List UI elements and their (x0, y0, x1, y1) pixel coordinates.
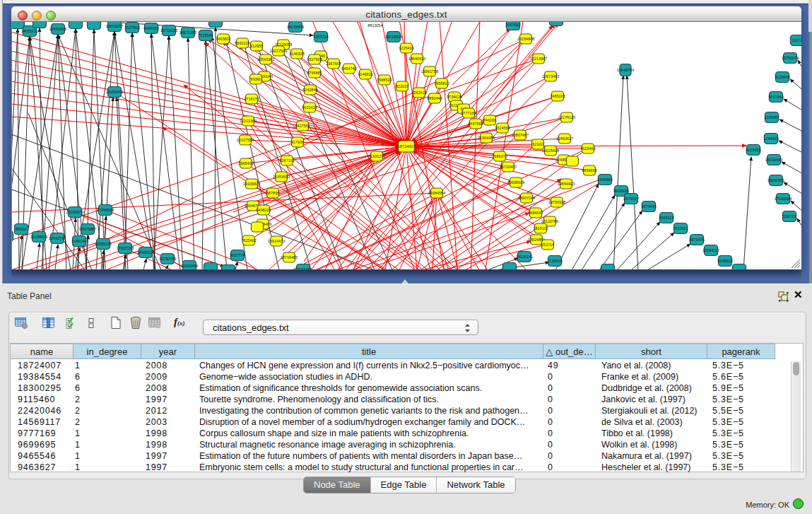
svg-text:6899695: 6899695 (582, 168, 596, 173)
svg-text:20206570: 20206570 (66, 210, 83, 214)
svg-text:7986372: 7986372 (492, 154, 507, 158)
svg-text:12213369: 12213369 (240, 119, 257, 123)
svg-text:1733426: 1733426 (547, 259, 562, 263)
svg-text:8990448: 8990448 (427, 96, 442, 100)
svg-text:16648784: 16648784 (617, 68, 634, 72)
svg-text:8454749: 8454749 (341, 66, 356, 71)
svg-text:10782759: 10782759 (159, 257, 176, 261)
svg-text:21364456: 21364456 (478, 136, 495, 140)
svg-text:10154808: 10154808 (517, 37, 534, 41)
svg-text:7463822: 7463822 (216, 37, 230, 41)
svg-text:9129966: 9129966 (775, 75, 789, 79)
svg-text:3267110: 3267110 (279, 158, 294, 163)
svg-text:19384554: 19384554 (428, 191, 445, 195)
svg-text:1965493: 1965493 (238, 161, 253, 165)
svg-text:15353593: 15353593 (273, 175, 290, 179)
svg-text:19756928: 19756928 (548, 200, 565, 204)
svg-text:9474444: 9474444 (641, 204, 656, 209)
svg-text:8660124: 8660124 (235, 41, 249, 45)
svg-text:9684067: 9684067 (528, 211, 543, 215)
svg-text:62160: 62160 (532, 142, 543, 146)
svg-text:10807487: 10807487 (512, 133, 529, 137)
svg-text:17016504: 17016504 (775, 197, 792, 201)
svg-text:8938928: 8938928 (613, 189, 628, 193)
svg-text:12275125: 12275125 (558, 115, 575, 119)
svg-text:8146328: 8146328 (289, 52, 304, 56)
svg-text:822037: 822037 (396, 84, 408, 88)
svg-text:85001: 85001 (16, 227, 26, 231)
svg-text:11172: 11172 (792, 38, 801, 42)
svg-text:12213967: 12213967 (530, 57, 547, 61)
svg-text:12463627: 12463627 (556, 136, 573, 141)
svg-text:7632621: 7632621 (673, 226, 688, 230)
svg-text:5242848: 5242848 (302, 88, 317, 92)
svg-text:2087662: 2087662 (505, 23, 520, 27)
svg-text:10654112: 10654112 (702, 248, 719, 252)
svg-text:8215955: 8215955 (746, 148, 760, 152)
svg-text:1209387: 1209387 (764, 115, 779, 119)
svg-text:9734028: 9734028 (447, 95, 461, 99)
svg-text:18907249: 18907249 (518, 196, 535, 200)
svg-text:1562615: 1562615 (411, 90, 426, 95)
svg-text:9777169: 9777169 (461, 111, 476, 115)
svg-text:10107554: 10107554 (237, 138, 254, 142)
svg-text:7357224: 7357224 (313, 35, 328, 39)
svg-text:15751074: 15751074 (782, 56, 799, 60)
svg-text:8756685: 8756685 (307, 71, 322, 75)
svg-text:7515546: 7515546 (198, 33, 213, 37)
svg-text:10688609: 10688609 (507, 180, 524, 185)
svg-text:14136141: 14136141 (516, 255, 533, 259)
svg-text:7625402: 7625402 (241, 238, 256, 243)
svg-text:10719185: 10719185 (160, 28, 177, 33)
svg-text:10543382: 10543382 (257, 57, 274, 62)
svg-text:17359938: 17359938 (97, 208, 114, 212)
svg-text:1024554: 1024554 (495, 126, 510, 130)
svg-text:18724007: 18724007 (398, 144, 415, 148)
svg-text:12942737: 12942737 (49, 236, 66, 240)
svg-text:16210643: 16210643 (765, 158, 782, 162)
svg-text:13120786: 13120786 (541, 219, 558, 223)
svg-text:99390: 99390 (250, 77, 261, 81)
svg-text:417006: 417006 (291, 140, 304, 144)
svg-text:19106825: 19106825 (243, 182, 260, 186)
svg-text:9657774: 9657774 (230, 253, 245, 257)
svg-text:2718176: 2718176 (244, 97, 259, 101)
svg-text:912955: 912955 (250, 44, 263, 48)
svg-text:746266: 746266 (483, 118, 496, 122)
svg-text:16914473: 16914473 (268, 239, 285, 243)
svg-text:19218506: 19218506 (385, 35, 402, 39)
svg-text:12156829: 12156829 (30, 235, 47, 239)
svg-text:10025438: 10025438 (542, 148, 559, 153)
svg-text:116753: 116753 (783, 214, 796, 218)
svg-text:6497568: 6497568 (468, 122, 483, 126)
svg-text:587835: 587835 (266, 191, 279, 195)
svg-text:8427552: 8427552 (295, 124, 310, 128)
svg-text:9146821: 9146821 (358, 72, 372, 76)
svg-text:1527602: 1527602 (124, 25, 139, 30)
svg-text:1588520: 1588520 (377, 78, 392, 82)
svg-text:252214: 252214 (541, 243, 554, 247)
svg-text:7955812: 7955812 (434, 81, 449, 86)
svg-text:15716485: 15716485 (281, 255, 298, 259)
svg-text:16033809: 16033809 (287, 25, 304, 29)
svg-text:1244415: 1244415 (763, 136, 778, 141)
svg-text:5498222: 5498222 (256, 208, 271, 212)
svg-text:8471676: 8471676 (689, 238, 704, 242)
svg-text:20053346: 20053346 (106, 90, 123, 94)
svg-text:18640910: 18640910 (408, 57, 425, 61)
svg-text:12923445: 12923445 (295, 267, 312, 269)
svg-text:8813054: 8813054 (367, 23, 382, 28)
svg-text:6466160: 6466160 (143, 26, 158, 30)
svg-text:12923446: 12923446 (181, 264, 198, 268)
svg-text:9327508: 9327508 (307, 57, 322, 62)
svg-text:17957253: 17957253 (117, 246, 134, 250)
svg-text:1815112: 1815112 (533, 226, 548, 230)
svg-text:13227509: 13227509 (270, 49, 287, 53)
svg-text:20691406: 20691406 (49, 27, 66, 31)
svg-text:90975887: 90975887 (79, 227, 96, 231)
svg-text:16671355: 16671355 (180, 30, 196, 35)
svg-text:1145194: 1145194 (71, 239, 86, 243)
svg-text:1640954: 1640954 (597, 177, 612, 182)
svg-text:12505135: 12505135 (95, 242, 112, 246)
svg-text:10653267: 10653267 (106, 24, 123, 28)
